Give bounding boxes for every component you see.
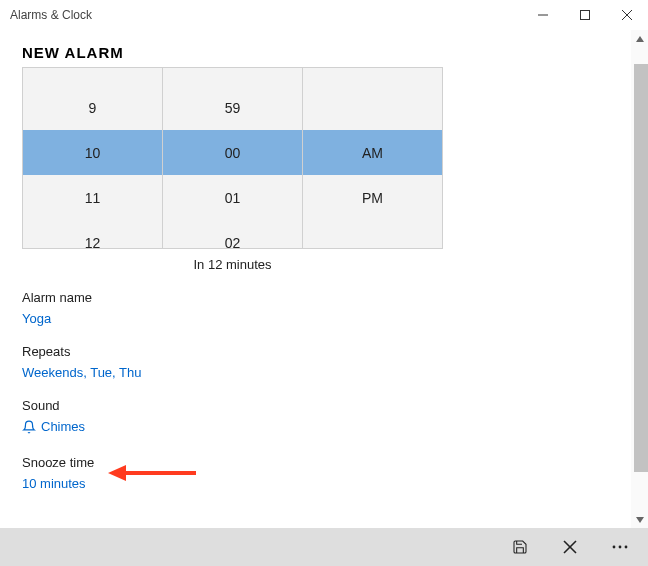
sound-label: Sound (22, 398, 613, 413)
more-button[interactable] (598, 530, 642, 564)
repeats-label: Repeats (22, 344, 613, 359)
repeats-field: Repeats Weekends, Tue, Thu (22, 344, 613, 380)
command-bar (0, 528, 648, 566)
minute-picker[interactable]: 58 59 00 01 02 (163, 68, 303, 248)
snooze-value[interactable]: 10 minutes (22, 476, 86, 491)
scroll-up-icon[interactable] (631, 30, 648, 47)
minute-option[interactable]: 01 (163, 175, 302, 220)
cancel-button[interactable] (548, 530, 592, 564)
minute-option[interactable]: 58 (163, 67, 302, 85)
window-title: Alarms & Clock (10, 8, 522, 22)
snooze-field: Snooze time 10 minutes (22, 455, 613, 491)
alarm-name-field: Alarm name Yoga (22, 290, 613, 326)
svg-rect-1 (581, 11, 590, 20)
snooze-label: Snooze time (22, 455, 613, 470)
ampm-option-selected[interactable]: AM (303, 130, 442, 175)
minute-option-selected[interactable]: 00 (163, 130, 302, 175)
ampm-option (303, 220, 442, 249)
page: NEW ALARM 8 9 10 11 12 58 59 00 01 02 (0, 30, 631, 491)
svg-point-10 (613, 546, 616, 549)
svg-marker-6 (636, 36, 644, 42)
minimize-button[interactable] (522, 0, 564, 30)
scrollbar[interactable] (631, 30, 648, 528)
svg-point-12 (625, 546, 628, 549)
title-bar: Alarms & Clock (0, 0, 648, 30)
svg-marker-7 (636, 517, 644, 523)
repeats-value[interactable]: Weekends, Tue, Thu (22, 365, 141, 380)
hour-option[interactable]: 8 (23, 67, 162, 85)
hour-option[interactable]: 9 (23, 85, 162, 130)
content-area: NEW ALARM 8 9 10 11 12 58 59 00 01 02 (0, 30, 648, 528)
save-button[interactable] (498, 530, 542, 564)
ampm-option (303, 85, 442, 130)
sound-field: Sound Chimes (22, 398, 613, 437)
alarm-name-value[interactable]: Yoga (22, 311, 51, 326)
scroll-thumb[interactable] (634, 64, 648, 472)
hour-picker[interactable]: 8 9 10 11 12 (23, 68, 163, 248)
alarm-name-label: Alarm name (22, 290, 613, 305)
window-controls (522, 0, 648, 30)
minute-option[interactable]: 02 (163, 220, 302, 249)
hour-option-selected[interactable]: 10 (23, 130, 162, 175)
scroll-down-icon[interactable] (631, 511, 648, 528)
ampm-picker[interactable]: AM PM (303, 68, 442, 248)
hour-option[interactable]: 11 (23, 175, 162, 220)
page-title: NEW ALARM (22, 30, 613, 67)
close-button[interactable] (606, 0, 648, 30)
relative-time: In 12 minutes (22, 257, 443, 272)
maximize-button[interactable] (564, 0, 606, 30)
time-picker[interactable]: 8 9 10 11 12 58 59 00 01 02 (22, 67, 443, 249)
minute-option[interactable]: 59 (163, 85, 302, 130)
ampm-option (303, 67, 442, 85)
bell-icon (22, 420, 36, 434)
svg-point-11 (619, 546, 622, 549)
sound-value[interactable]: Chimes (22, 419, 85, 434)
sound-value-text: Chimes (41, 419, 85, 434)
ampm-option[interactable]: PM (303, 175, 442, 220)
hour-option[interactable]: 12 (23, 220, 162, 249)
